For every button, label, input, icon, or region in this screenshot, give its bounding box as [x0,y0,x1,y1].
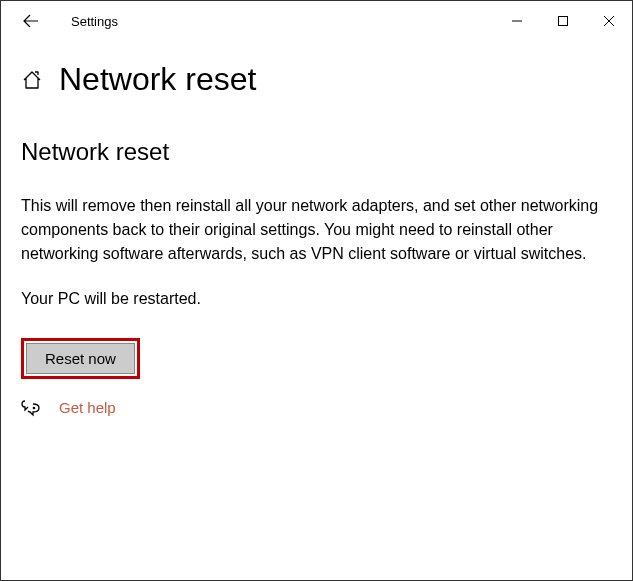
reset-now-button[interactable]: Reset now [26,343,135,374]
svg-point-4 [33,407,36,410]
back-button[interactable] [11,1,51,41]
minimize-icon [511,15,523,27]
window-controls [494,1,632,41]
help-icon [21,397,41,417]
reset-button-highlight: Reset now [21,338,140,379]
svg-rect-1 [559,17,568,26]
titlebar: Settings [1,1,632,41]
maximize-icon [557,15,569,27]
content-area: Network reset This will remove then rein… [1,108,632,417]
app-title: Settings [71,14,118,29]
maximize-button[interactable] [540,1,586,41]
back-arrow-icon [22,12,40,30]
page-header: Network reset [1,41,632,108]
minimize-button[interactable] [494,1,540,41]
help-row: Get help [21,397,612,417]
description-text: This will remove then reinstall all your… [21,194,612,266]
close-button[interactable] [586,1,632,41]
close-icon [603,15,615,27]
restart-note: Your PC will be restarted. [21,290,612,308]
get-help-link[interactable]: Get help [59,399,116,416]
home-icon[interactable] [21,69,43,91]
section-heading: Network reset [21,138,612,166]
page-title: Network reset [59,61,256,98]
